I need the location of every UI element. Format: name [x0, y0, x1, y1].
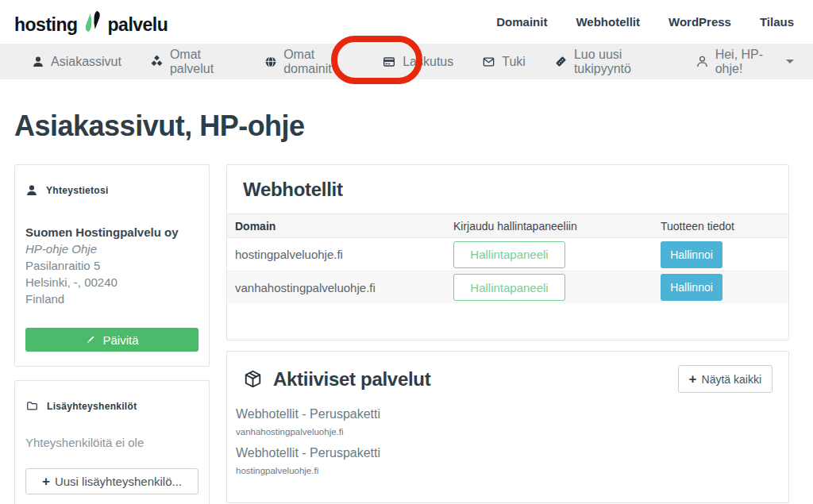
table-spacer [227, 303, 788, 340]
chevron-down-icon [786, 60, 794, 63]
top-nav: Domainit Webhotellit WordPress Tilaus [496, 15, 794, 29]
table-row: vanhahostingpalveluohje.fi Hallintapanee… [227, 271, 788, 303]
contact-street: Pasilanraitio 5 [25, 257, 198, 274]
service-name: Webhotellit - Peruspaketti [236, 446, 773, 460]
nav-omat-domainit[interactable]: Omat domainit [264, 48, 353, 76]
user-icon [25, 184, 38, 197]
new-contact-button[interactable]: + Uusi lisäyhteyshenkilö... [25, 468, 198, 494]
contact-company: Suomen Hostingpalvelu oy [25, 224, 198, 240]
nav-tuki[interactable]: Tuki [482, 55, 526, 69]
envelope-icon [482, 56, 495, 68]
content: Yhteystietosi Suomen Hostingpalvelu oy H… [0, 164, 813, 504]
contact-card: Yhteystietosi Suomen Hostingpalvelu oy H… [14, 164, 210, 367]
nav-luo-tukipyynto[interactable]: Luo uusi tukipyyntö [554, 48, 667, 76]
box-icon [243, 369, 263, 389]
folder-icon [25, 400, 39, 412]
contact-city: Helsinki, -, 00240 [25, 274, 198, 290]
page-title: Asiakassivut, HP-ohje [14, 110, 813, 143]
top-nav-domainit[interactable]: Domainit [496, 15, 547, 29]
contact-name: HP-ohje Ohje [25, 240, 198, 257]
list-item: Webhotellit - Peruspaketti vanhahostingp… [236, 407, 773, 437]
webhotellit-title: Webhotellit [243, 179, 773, 201]
service-domain: hostingpalveluohje.fi [236, 466, 773, 475]
top-bar: hosting palvelu Domainit Webhotellit Wor… [0, 0, 813, 44]
nav-user-menu[interactable]: Hei, HP-ohje! [695, 48, 794, 76]
globe-icon [264, 56, 277, 68]
contact-card-header: Yhteystietosi [25, 184, 198, 197]
control-panel-button[interactable]: Hallintapaneeli [453, 274, 565, 301]
webhotellit-table: Domain Kirjaudu hallintapaneeliin Tuotte… [227, 214, 788, 340]
contacts-empty-text: Yhteyshenkilöitä ei ole [25, 436, 198, 449]
webhotellit-card: Webhotellit Domain Kirjaudu hallintapane… [226, 164, 789, 340]
user-icon [32, 56, 44, 68]
credit-card-icon [382, 56, 396, 68]
nav-laskutus[interactable]: Laskutus [382, 55, 453, 69]
user-outline-icon [695, 55, 709, 68]
domain-cell: hostingpalveluohje.fi [227, 248, 453, 261]
control-panel-button[interactable]: Hallintapaneeli [453, 241, 565, 268]
nav-omat-palvelut[interactable]: Omat palvelut [150, 48, 236, 76]
contact-details: Suomen Hostingpalvelu oy HP-ohje Ohje Pa… [25, 224, 198, 307]
service-domain: vanhahostingpalveluohje.fi [236, 427, 773, 437]
list-item: Webhotellit - Peruspaketti hostingpalvel… [236, 446, 773, 475]
logo-word-palvelu: palvelu [108, 14, 168, 36]
brand-logo[interactable]: hosting palvelu [14, 9, 168, 36]
service-name: Webhotellit - Peruspaketti [236, 407, 773, 421]
column-header-domain: Domain [227, 220, 453, 233]
manage-button[interactable]: Hallinnoi [661, 241, 722, 268]
pencil-icon [85, 334, 96, 345]
additional-contacts-header: Lisäyhteyshenkilöt [25, 400, 198, 412]
logo-word-hosting: hosting [14, 14, 78, 36]
sidebar: Yhteystietosi Suomen Hostingpalvelu oy H… [14, 164, 210, 504]
show-all-button[interactable]: + Näytä kaikki [678, 365, 773, 393]
plus-icon: + [689, 372, 697, 386]
contact-country: Finland [25, 290, 198, 307]
active-services-title: Aktiiviset palvelut [273, 368, 430, 391]
additional-contacts-card: Lisäyhteyshenkilöt Yhteyshenkilöitä ei o… [14, 380, 210, 504]
logo-drops-icon [83, 9, 103, 39]
top-nav-wordpress[interactable]: WordPress [669, 15, 731, 29]
service-list: Webhotellit - Peruspaketti vanhahostingp… [227, 396, 788, 502]
top-nav-tilaus[interactable]: Tilaus [760, 15, 794, 29]
table-header-row: Domain Kirjaudu hallintapaneeliin Tuotte… [227, 214, 788, 238]
top-nav-webhotellit[interactable]: Webhotellit [576, 15, 640, 29]
main-column: Webhotellit Domain Kirjaudu hallintapane… [226, 164, 789, 503]
column-header-product: Tuotteen tiedot [661, 220, 788, 233]
account-nav: Asiakassivut Omat palvelut Omat domainit [0, 44, 813, 79]
nav-asiakassivut[interactable]: Asiakassivut [32, 55, 121, 69]
active-services-card: Aktiiviset palvelut + Näytä kaikki Webho… [226, 351, 789, 503]
domain-cell: vanhahostingpalveluohje.fi [227, 281, 453, 294]
ticket-icon [554, 55, 568, 68]
table-row: hostingpalveluohje.fi Hallintapaneeli Ha… [227, 238, 788, 271]
plus-icon: + [42, 475, 50, 488]
update-contact-button[interactable]: Päivitä [25, 328, 198, 352]
column-header-panel: Kirjaudu hallintapaneeliin [453, 220, 661, 233]
cubes-icon [150, 55, 164, 68]
manage-button[interactable]: Hallinnoi [661, 274, 722, 301]
